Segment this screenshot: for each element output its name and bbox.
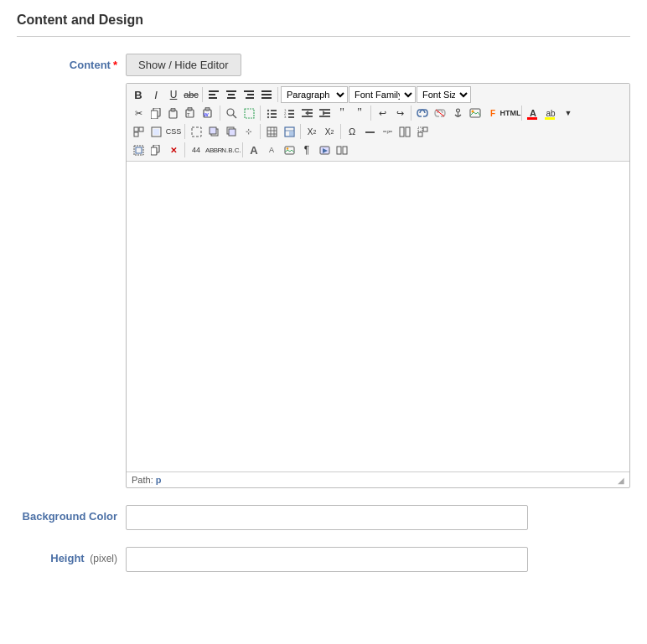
height-suffix: (pixel) <box>90 553 117 564</box>
insert-anchor-button[interactable] <box>449 105 466 121</box>
move-layer-forward-button[interactable] <box>205 123 222 140</box>
svg-rect-7 <box>247 94 254 95</box>
bg-color-button[interactable]: ab <box>542 105 559 121</box>
svg-rect-30 <box>271 116 277 118</box>
show-hide-editor-button[interactable]: Show / Hide Editor <box>126 54 241 76</box>
paste-text-button[interactable]: T <box>183 105 199 121</box>
separator-6 <box>411 106 411 121</box>
pilcrow-button[interactable]: ¶ <box>298 142 315 158</box>
svg-text:3.: 3. <box>284 115 287 119</box>
separator-8 <box>184 124 185 139</box>
svg-rect-80 <box>151 147 157 155</box>
align-right-button[interactable] <box>241 86 257 103</box>
svg-rect-38 <box>302 109 313 111</box>
insert-image-button[interactable] <box>467 105 484 121</box>
blockquote-button[interactable]: " <box>334 105 350 121</box>
italic-button[interactable]: I <box>148 86 164 103</box>
svg-rect-55 <box>192 127 201 137</box>
indent-button[interactable] <box>316 105 333 121</box>
align-justify-button[interactable] <box>258 86 275 103</box>
bg-color-input[interactable] <box>126 505 528 530</box>
paste-word-button[interactable]: W <box>200 105 217 121</box>
blockquote-close-button[interactable]: " <box>351 105 368 121</box>
editor-statusbar: Path: p ◢ <box>127 471 629 487</box>
content-row: Content* Show / Hide Editor B I U abc <box>17 54 630 488</box>
cut-button[interactable]: ✂ <box>130 105 147 121</box>
svg-rect-59 <box>229 129 236 136</box>
select-all-button[interactable] <box>241 105 257 121</box>
svg-rect-6 <box>244 90 254 92</box>
font-color-button[interactable]: A <box>525 105 541 121</box>
editor-toolbar: B I U abc <box>127 84 629 162</box>
insert-html-button[interactable]: HTML <box>502 105 519 121</box>
separator-9 <box>260 124 261 139</box>
svg-rect-76 <box>418 132 422 137</box>
style-selector-button[interactable] <box>148 123 164 140</box>
svg-rect-44 <box>319 116 330 117</box>
insert-special-char-button[interactable]: Ω <box>344 123 360 140</box>
toggle-blocks-button[interactable] <box>130 123 147 140</box>
separator-4 <box>260 106 261 121</box>
find-replace-button[interactable] <box>223 105 240 121</box>
svg-rect-40 <box>302 116 313 117</box>
undo-button[interactable]: ↩ <box>374 105 391 121</box>
table-props-button[interactable] <box>281 123 298 140</box>
outdent-button[interactable] <box>298 105 315 121</box>
copy-button[interactable] <box>148 105 164 121</box>
insert-link-button[interactable] <box>414 105 431 121</box>
align-center-button[interactable] <box>223 86 240 103</box>
abbr-button[interactable]: ABBR <box>205 142 222 158</box>
unordered-list-button[interactable] <box>263 105 280 121</box>
font-size-small-button[interactable]: 44 <box>188 142 204 158</box>
height-input[interactable] <box>126 547 528 572</box>
page-container: Content and Design Content* Show / Hide … <box>0 0 647 601</box>
svg-rect-42 <box>319 109 330 111</box>
svg-rect-54 <box>153 129 159 135</box>
svg-rect-67 <box>289 131 293 136</box>
insert-layer-button[interactable] <box>188 123 204 140</box>
svg-rect-3 <box>226 90 236 92</box>
path-label: Path: p <box>132 475 161 485</box>
move-layer-back-button[interactable] <box>223 123 240 140</box>
big-text-button[interactable]: A <box>246 142 262 158</box>
select-frame-button[interactable] <box>130 142 147 158</box>
redo-button[interactable]: ↪ <box>391 105 408 121</box>
insert-table-button[interactable] <box>263 123 280 140</box>
insert-media-button[interactable] <box>316 142 333 158</box>
paragraph-select[interactable]: Paragraph Heading 1 Heading 2 Heading 3 <box>281 86 348 103</box>
svg-rect-5 <box>227 97 236 99</box>
superscript-button[interactable]: X2 <box>321 123 338 140</box>
acronym-button[interactable]: N.B.C. <box>223 142 240 158</box>
svg-rect-1 <box>209 94 215 95</box>
copy-frame-button[interactable] <box>148 142 164 158</box>
insert-pagebreak2-button[interactable] <box>334 142 350 158</box>
ordered-list-button[interactable]: 1.2.3. <box>281 105 298 121</box>
strikethrough-button[interactable]: abc <box>183 86 199 103</box>
show-hide-borders-button[interactable] <box>414 123 431 140</box>
insert-hr-button[interactable] <box>361 123 378 140</box>
page-break-button[interactable]: P <box>379 123 396 140</box>
svg-point-46 <box>456 109 459 112</box>
insert-image2-button[interactable] <box>281 142 298 158</box>
bold-button[interactable]: B <box>130 86 147 103</box>
align-left-button[interactable] <box>205 86 222 103</box>
insert-flash-button[interactable]: F <box>484 105 501 121</box>
resize-handle[interactable]: ◢ <box>618 476 624 485</box>
small-text-button[interactable]: A <box>263 142 280 158</box>
height-label: Height (pixel) <box>17 547 126 564</box>
unlink-button[interactable] <box>432 105 448 121</box>
more-colors-button[interactable]: ▼ <box>560 105 577 121</box>
css-class-button[interactable]: CSS <box>165 123 182 140</box>
font-family-select[interactable]: Font Family Arial Times New Roman Courie… <box>349 86 416 103</box>
underline-button[interactable]: U <box>165 86 182 103</box>
absolute-position-button[interactable]: ⊹ <box>241 123 257 140</box>
font-size-select[interactable]: Font Size 8pt 10pt 12pt 14pt <box>417 86 471 103</box>
show-blocks-button[interactable] <box>396 123 413 140</box>
subscript-button[interactable]: X2 <box>303 123 320 140</box>
delete-frame-button[interactable]: ✕ <box>165 142 182 158</box>
separator-1 <box>202 87 203 102</box>
editor-body[interactable] <box>127 162 629 471</box>
paste-button[interactable] <box>165 105 182 121</box>
svg-rect-74 <box>418 127 422 131</box>
svg-point-25 <box>267 109 268 111</box>
